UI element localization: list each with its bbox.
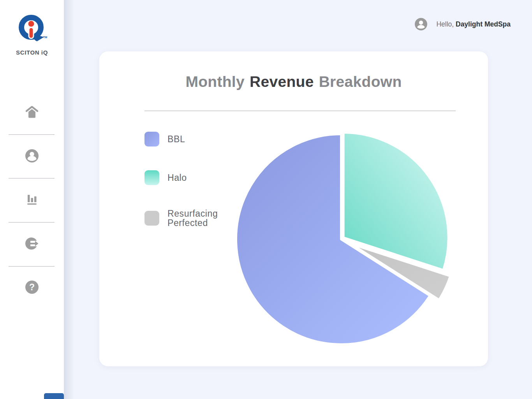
- revenue-pie-chart[interactable]: [228, 124, 456, 352]
- legend-label: Halo: [167, 173, 236, 182]
- greeting-prefix: Hello,: [436, 20, 454, 28]
- legend-item-bbl: BBL: [144, 132, 236, 147]
- title-word-breakdown: Breakdown: [319, 73, 402, 90]
- account-name: Daylight MedSpa: [456, 20, 511, 28]
- greeting-text: Hello, Daylight MedSpa: [436, 20, 511, 28]
- help-icon: ?: [25, 280, 39, 295]
- svg-text:?: ?: [29, 282, 35, 292]
- sidebar-edge-shadow: [64, 0, 74, 399]
- legend-swatch-bbl: [144, 132, 159, 147]
- title-word-monthly: Monthly: [185, 73, 245, 90]
- legend-label: BBL: [167, 134, 236, 144]
- title-divider: [144, 111, 456, 111]
- logout-icon: [25, 236, 39, 251]
- sidebar-divider: [9, 134, 55, 135]
- header-user-area: Hello, Daylight MedSpa: [414, 17, 511, 31]
- revenue-breakdown-card: Monthly Revenue Breakdown BBL Halo Resur…: [99, 51, 488, 366]
- partial-bottom-element: [44, 393, 64, 399]
- sidebar-item-home[interactable]: [0, 100, 64, 125]
- sidebar-item-analytics[interactable]: [0, 187, 64, 212]
- page-title: Monthly Revenue Breakdown: [99, 73, 488, 90]
- legend-label: Resurfacing Perfected: [167, 209, 236, 228]
- user-avatar-icon[interactable]: [414, 18, 428, 31]
- legend-item-halo: Halo: [144, 170, 236, 185]
- bar-chart-icon: [25, 192, 39, 206]
- sidebar-item-logout[interactable]: [0, 231, 64, 256]
- sidebar-item-help[interactable]: ?: [0, 275, 64, 300]
- sidebar: TM SCITON iQ: [0, 0, 64, 399]
- sidebar-divider: [9, 266, 55, 267]
- home-icon: [25, 105, 39, 119]
- sidebar-divider: [9, 222, 55, 222]
- legend-item-resurfacing-perfected: Resurfacing Perfected: [144, 209, 236, 228]
- sidebar-nav: ?: [0, 0, 64, 399]
- sidebar-item-account[interactable]: [0, 143, 64, 168]
- sidebar-divider: [9, 178, 55, 178]
- title-word-revenue: Revenue: [250, 73, 314, 90]
- legend-swatch-resurfacing-perfected: [144, 211, 159, 226]
- account-icon: [25, 148, 39, 163]
- legend-swatch-halo: [144, 170, 159, 185]
